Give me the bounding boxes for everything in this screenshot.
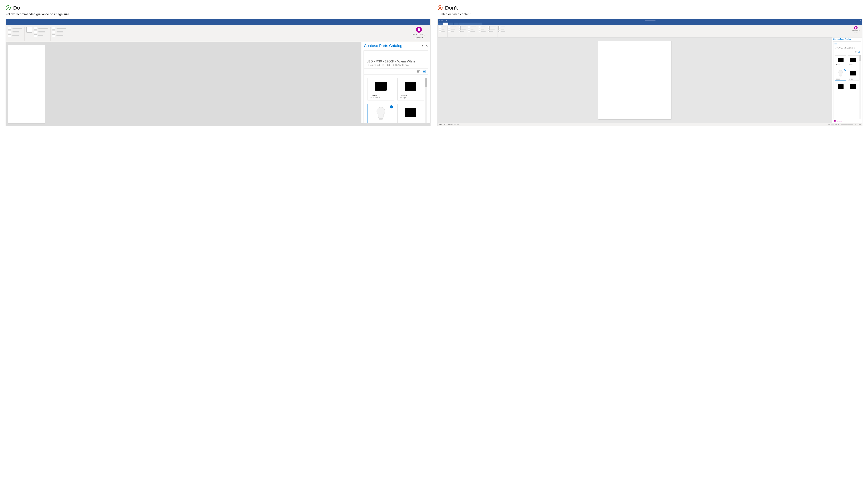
ribbon-tab[interactable] [463,23,468,25]
do-column: Do Follow recommended guidance on image … [5,5,430,126]
addin-label-line2: Contoso [854,31,858,32]
ribbon-control[interactable] [8,30,11,33]
ribbon-tab[interactable] [478,23,482,25]
ribbon-addin-button[interactable]: Parts Catalog Contoso [410,27,428,40]
ribbon-tab[interactable] [449,23,453,25]
product-tile[interactable]: Contoso60w Equal [835,69,846,81]
taskpane-close-icon[interactable]: ✕ [425,44,428,47]
taskpane-menu-icon[interactable]: ▼ [422,44,424,47]
grid-view-icon[interactable] [423,70,426,73]
ribbon-tab[interactable] [473,23,478,25]
hamburger-icon[interactable] [366,52,369,55]
view-mode-icon[interactable]: ☐ [835,124,837,125]
repeat-icon[interactable]: ↻ [444,20,445,22]
taskpane: Contoso Parts Catalog ▼ ✕ LED - R30 - 27… [832,38,862,123]
brand-name: Contoso [837,120,842,122]
addin-label-line2: Contoso [415,37,423,39]
save-icon[interactable]: ▤ [439,20,440,22]
breadcrumb-results: 16 results in LED - R30 - 60-65 Watt Equ… [835,48,860,49]
dont-word-window: ▤ ↶ ↻ ▾ — ☐ ✕ [438,19,863,126]
breadcrumb-results: 16 results in LED - R30 - 60-65 Watt Equ… [366,64,425,66]
ribbon-control[interactable] [34,27,37,29]
tile-spec [368,121,394,121]
do-heading: Do [13,5,20,11]
taskpane-scrollbar[interactable] [425,78,427,123]
tile-spec [398,121,424,121]
ribbon-group [52,27,68,41]
ribbon-control[interactable] [8,27,11,29]
status-words: 0 words [448,124,453,125]
do-word-window: Parts Catalog Contoso Contoso Parts Cata… [5,19,430,126]
taskpane: Contoso Parts Catalog ▼ ✕ LED - R30 - 27… [361,42,430,123]
addin-label-line1: Parts Catalog [413,33,425,36]
taskpane-title: Contoso Parts Catalog [833,38,857,40]
do-check-icon [5,5,11,10]
word-titlebar: ▤ ↶ ↻ ▾ — ☐ ✕ [438,19,862,22]
ribbon-tabs [438,22,862,25]
tile-vendor: Contoso [398,94,424,96]
ribbon-tab[interactable] [438,23,443,25]
tile-spec: 60w Equal [835,79,846,80]
dont-heading: Don't [445,5,458,11]
selected-check-icon [844,69,846,71]
ribbon-control[interactable] [52,30,55,33]
product-tile[interactable]: Contoso85w Equal [848,55,859,67]
ribbon-tab[interactable] [458,23,463,25]
view-mode-icon[interactable]: ☐ [828,124,830,125]
view-mode-icon[interactable]: ☐ [831,123,834,126]
product-tile[interactable]: Contoso60 - 65w Equal [367,78,394,101]
zoom-in-icon[interactable]: + [855,124,856,125]
status-bar: Page 1 of 1 0 words ☐ ☐ ☐ ☐ ☐ − + 100% [438,123,862,126]
product-tile[interactable] [848,82,859,92]
document-page[interactable] [598,41,671,119]
list-view-icon[interactable] [855,51,857,53]
status-icon[interactable]: ☐ [454,124,456,125]
ribbon-control[interactable] [8,34,11,37]
ribbon-tab-active[interactable] [443,23,449,25]
parts-catalog-icon [854,26,858,29]
breadcrumb-primary: LED - R30 - 2700K - Warm White [835,47,860,48]
product-tile[interactable]: Contoso60 - 65w Equal [835,55,846,67]
zoom-slider[interactable] [841,124,853,125]
hamburger-icon[interactable] [834,43,860,44]
ribbon-control[interactable] [52,27,55,29]
selected-check-icon [390,105,393,108]
grid-view-icon[interactable] [858,51,860,53]
product-tile[interactable] [397,104,424,123]
product-tile[interactable]: Contoso85w Equal [397,78,424,101]
tile-spec: 60 - 65w Equal [368,96,394,99]
ribbon-control[interactable] [26,27,32,32]
close-icon[interactable]: ✕ [860,20,861,22]
product-tile[interactable]: Contoso85w Equal [848,69,859,81]
parts-catalog-icon [416,27,422,32]
taskpane-scrollbar[interactable] [859,55,860,119]
word-ribbon: Parts Catalog Contoso [6,25,430,42]
taskpane-menu-icon[interactable]: ▼ [858,39,859,40]
product-tile[interactable] [835,82,846,92]
qat-dropdown-icon[interactable]: ▾ [446,20,447,21]
ribbon-tab[interactable] [468,23,473,25]
product-tile[interactable] [367,104,394,123]
document-page[interactable] [8,45,44,123]
maximize-icon[interactable]: ☐ [857,20,858,22]
breadcrumb-primary: LED - R30 - 2700K - Warm White [366,60,425,63]
undo-icon[interactable]: ↶ [441,20,443,22]
ribbon-control[interactable] [52,34,55,37]
tile-spec: 85w Equal [848,65,859,66]
ribbon-control[interactable] [34,34,37,37]
zoom-out-icon[interactable]: − [838,124,839,125]
addin-label-line1: Parts Catalog [852,30,859,31]
status-icon[interactable]: ☐ [457,124,459,125]
zoom-level: 100% [857,124,861,125]
ribbon-control[interactable] [34,30,37,33]
minimize-icon[interactable]: — [854,20,855,22]
taskpane-close-icon[interactable]: ✕ [860,38,861,40]
dont-column: Don't Stretch or pinch content. ▤ ↶ ↻ ▾ … [438,5,863,126]
tile-spec: 85w Equal [398,96,424,99]
do-subtext: Follow recommended guidance on image siz… [5,13,430,16]
ribbon-addin-button[interactable]: Parts Catalog Contoso [851,26,861,37]
ribbon-group [8,27,25,41]
dont-subtext: Stretch or pinch content. [438,13,863,16]
ribbon-tab[interactable] [454,23,458,25]
list-view-icon[interactable] [417,70,420,73]
